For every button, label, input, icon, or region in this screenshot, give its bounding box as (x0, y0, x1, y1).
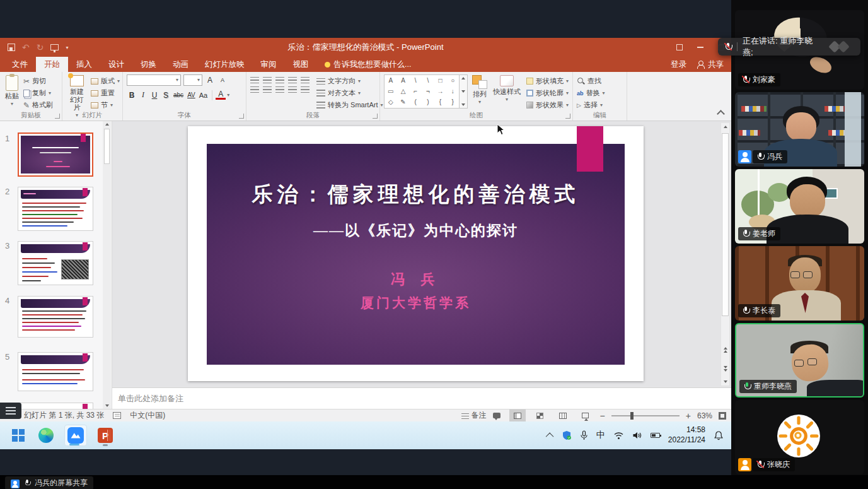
shape-scribble-icon[interactable]: ✎ (400, 99, 405, 105)
tray-overflow-chevron-icon[interactable] (546, 432, 554, 440)
next-slide-button[interactable] (724, 366, 727, 372)
zoom-out-button[interactable]: − (600, 411, 605, 421)
align-text-button[interactable]: 对齐文本▾ (316, 88, 383, 98)
microphone-tray-icon[interactable] (580, 430, 588, 440)
zoom-level[interactable]: 63% (697, 411, 712, 420)
shape-elbow-icon[interactable]: ⌐ (414, 88, 417, 95)
columns-icon[interactable] (301, 86, 310, 93)
participant-tile[interactable]: 冯兵 (735, 92, 864, 167)
fit-slide-to-window-button[interactable] (719, 412, 726, 420)
slide-affiliation[interactable]: 厦门大学哲学系 (188, 294, 644, 312)
zoom-in-button[interactable]: + (686, 411, 691, 421)
gallery-more-icon[interactable] (461, 103, 465, 106)
slide-thumbnail-1[interactable] (18, 133, 93, 177)
justify-icon[interactable] (288, 86, 297, 93)
tab-view[interactable]: 视图 (285, 57, 317, 72)
convert-smartart-button[interactable]: 转换为 SmartArt▾ (316, 100, 383, 110)
copy-button[interactable]: 复制▾ (23, 88, 53, 98)
shape-textbox-v-icon[interactable]: A (401, 78, 405, 84)
line-spacing-icon[interactable] (301, 76, 310, 83)
align-left-icon[interactable] (250, 86, 259, 93)
shape-line-icon[interactable]: \ (415, 78, 417, 84)
previous-slide-button[interactable] (724, 347, 727, 353)
section-button[interactable]: 节▾ (91, 100, 120, 110)
participant-tile[interactable]: 姜老师 (735, 169, 864, 244)
font-color-button[interactable]: A (216, 91, 226, 100)
decrease-indent-icon[interactable] (275, 76, 284, 83)
slide-subtitle[interactable]: ——以《乐记》为中心的探讨 (188, 221, 644, 240)
reset-button[interactable]: 重置 (91, 88, 120, 98)
shape-arc-right-icon[interactable]: ) (427, 99, 429, 105)
tell-me-box[interactable]: 告诉我您想要做什么... (317, 59, 419, 70)
reading-view-button[interactable] (555, 409, 571, 422)
strikethrough-button[interactable]: abc (172, 90, 185, 100)
sign-in-button[interactable]: 登录 (671, 59, 686, 70)
find-button[interactable]: 查找 (577, 76, 605, 86)
tab-design[interactable]: 设计 (100, 57, 132, 72)
language-indicator[interactable]: 中文(中国) (130, 410, 165, 421)
slide-thumbnail-2[interactable] (18, 187, 93, 231)
minimize-button[interactable] (690, 38, 710, 57)
font-size-input[interactable]: ▾ (183, 74, 202, 86)
save-icon[interactable] (8, 44, 15, 51)
shape-outline-button[interactable]: 形状轮廓▾ (526, 88, 569, 98)
shape-freeform-icon[interactable]: ◇ (388, 99, 393, 105)
slide[interactable]: 乐治：儒家理想化的善治模式 ——以《乐记》为中心的探讨 冯 兵 厦门大学哲学系 (188, 126, 644, 381)
underline-button[interactable]: U (149, 90, 159, 100)
select-button[interactable]: ▷选择▾ (577, 100, 605, 110)
normal-view-button[interactable] (509, 409, 526, 422)
gallery-up-icon[interactable] (461, 77, 465, 80)
arrange-button[interactable]: 排列 ▾ (471, 74, 489, 105)
shape-elbow-arrow-icon[interactable]: ¬ (426, 88, 430, 95)
drawing-dialog-launcher[interactable] (565, 114, 570, 119)
slide-title[interactable]: 乐治：儒家理想化的善治模式 (188, 180, 644, 209)
edge-taskbar-button[interactable] (37, 425, 55, 446)
slide-thumbnail-5[interactable] (18, 352, 93, 391)
tab-transitions[interactable]: 切换 (132, 57, 165, 72)
scroll-down-icon[interactable] (724, 380, 727, 383)
redo-icon[interactable]: ↻ (37, 43, 44, 52)
bold-button[interactable]: B (127, 90, 137, 100)
scrollbar-thumb[interactable] (722, 133, 729, 316)
start-slideshow-icon[interactable] (50, 44, 59, 50)
font-dialog-launcher[interactable] (239, 114, 244, 119)
text-direction-button[interactable]: 文字方向▾ (316, 76, 383, 86)
collapse-ribbon-chevron-icon[interactable] (717, 110, 725, 118)
replace-button[interactable]: ab替换▾ (577, 88, 605, 98)
layout-button[interactable]: 版式▾ (91, 76, 120, 86)
shape-triangle-icon[interactable]: △ (401, 88, 406, 95)
shape-gallery-scroll[interactable] (460, 74, 468, 109)
format-painter-button[interactable]: ✎格式刷 (23, 100, 53, 110)
notes-pane[interactable]: 单击此处添加备注 (112, 387, 731, 409)
undo-icon[interactable]: ↶ (22, 43, 30, 52)
powerpoint-taskbar-button[interactable]: P (96, 425, 115, 446)
vertical-scrollbar[interactable] (720, 122, 730, 386)
participant-tile[interactable]: 张晓庆 (735, 400, 864, 474)
shape-brace-right-icon[interactable]: } (451, 99, 453, 105)
ribbon-display-options-button[interactable] (669, 38, 690, 57)
comments-toggle-button[interactable] (493, 413, 503, 418)
shape-down-arrow-icon[interactable]: ↓ (451, 88, 454, 95)
align-right-icon[interactable] (275, 86, 284, 93)
font-name-input[interactable]: ▾ (127, 74, 181, 86)
spell-check-icon[interactable] (113, 412, 121, 419)
text-shadow-button[interactable]: S (161, 90, 171, 100)
shape-fill-button[interactable]: 形状填充▾ (526, 76, 569, 86)
scrollbar-thumb[interactable] (104, 129, 110, 164)
shape-arc-left-icon[interactable]: ( (414, 99, 416, 105)
scroll-up-icon[interactable] (724, 126, 727, 128)
notification-bell-icon[interactable] (714, 430, 724, 440)
bullets-icon[interactable] (250, 76, 259, 83)
notes-toggle-button[interactable]: 备注 (461, 410, 487, 421)
shape-right-arrow-icon[interactable]: → (437, 88, 443, 95)
participant-tile[interactable]: 李长泰 (735, 246, 864, 321)
shape-arrow-line-icon[interactable]: \ (427, 78, 429, 84)
tab-slideshow[interactable]: 幻灯片放映 (197, 57, 253, 72)
tab-animations[interactable]: 动画 (165, 57, 197, 72)
align-center-icon[interactable] (263, 86, 272, 93)
screen-share-pill[interactable]: 冯兵的屏幕共享 (5, 476, 93, 489)
qat-customize-caret-icon[interactable]: ▾ (66, 45, 68, 50)
shape-brace-left-icon[interactable]: { (439, 99, 441, 105)
slide-thumbnail-4[interactable] (18, 296, 93, 338)
ime-indicator[interactable]: 中 (596, 430, 605, 441)
